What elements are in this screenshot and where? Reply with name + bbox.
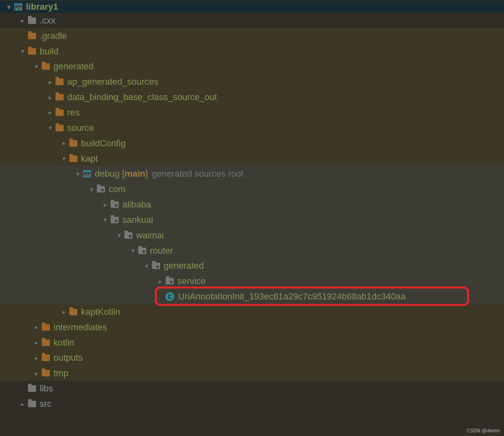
tree-folder[interactable]: ▸res	[0, 105, 504, 120]
tree-folder[interactable]: libs	[0, 381, 504, 396]
folder-icon	[55, 109, 64, 117]
tree-label-suffix: generated sources root	[152, 169, 243, 179]
folder-icon	[69, 308, 78, 316]
tree-folder[interactable]: ▸tmp	[0, 365, 504, 381]
tree-folder[interactable]: ▸.cxx	[0, 13, 504, 28]
tree-folder[interactable]: ▾waimai	[0, 228, 504, 243]
chevron-down-icon[interactable]: ▾	[18, 47, 28, 55]
tree-label: src	[40, 399, 51, 409]
package-icon	[138, 247, 147, 255]
chevron-down-icon[interactable]: ▾	[100, 216, 110, 224]
tree-label: outputs	[53, 353, 83, 363]
tree-label: tmp	[53, 368, 68, 378]
chevron-down-icon[interactable]: ▾	[73, 170, 83, 178]
tree-folder[interactable]: ▾router	[0, 243, 504, 259]
tree-folder[interactable]: ▾generated	[0, 59, 504, 75]
tree-folder[interactable]: ▾debug [main]generated sources root	[0, 166, 504, 182]
folder-icon	[28, 32, 36, 40]
tree-folder[interactable]: ▸ap_generated_sources	[0, 74, 504, 90]
tree-folder[interactable]: ▾kapt	[0, 151, 504, 167]
folder-icon	[28, 400, 36, 408]
class-icon: C	[165, 292, 174, 301]
tree-folder[interactable]: ▸service	[0, 274, 504, 289]
chevron-down-icon[interactable]: ▾	[45, 124, 55, 132]
tree-folder[interactable]: ▸kotlin	[0, 335, 504, 351]
tree-folder[interactable]: ▾com	[0, 182, 504, 197]
folder-icon	[41, 339, 50, 347]
tree-label: router	[150, 246, 173, 256]
package-icon	[124, 231, 133, 239]
tree-folder[interactable]: .gradle	[0, 28, 504, 44]
tree-label: alibaba	[122, 199, 151, 209]
tree-folder[interactable]: ▾sankuai	[0, 212, 504, 228]
chevron-down-icon[interactable]: ▾	[142, 262, 152, 270]
tree-folder[interactable]: ▸data_binding_base_class_source_out	[0, 90, 504, 105]
module-icon	[14, 3, 23, 11]
chevron-down-icon[interactable]: ▾	[4, 3, 14, 11]
chevron-right-icon[interactable]: ▸	[32, 354, 41, 362]
tree-label: build	[40, 46, 58, 56]
folder-icon	[69, 139, 78, 147]
package-icon	[110, 216, 119, 224]
tree-label: kotlin	[53, 338, 74, 348]
tree-label: libs	[40, 383, 53, 393]
chevron-down-icon[interactable]: ▾	[114, 231, 124, 239]
chevron-right-icon[interactable]: ▸	[45, 109, 55, 116]
project-tree: ▾library1▸.cxx.gradle▾build▾generated▸ap…	[0, 0, 504, 412]
tree-label: source	[67, 123, 94, 133]
folder-icon	[41, 354, 50, 362]
watermark: CSDN @devnn	[467, 428, 500, 434]
tree-label: buildConfig	[81, 138, 126, 148]
tree-folder[interactable]: ▸buildConfig	[0, 136, 504, 151]
chevron-right-icon[interactable]: ▸	[59, 308, 69, 316]
tree-file[interactable]: CUriAnnotationInit_193ec81a29c7c951924b6…	[0, 289, 504, 304]
tree-label: kapt	[81, 154, 98, 164]
folder-icon	[55, 78, 64, 86]
tree-label: UriAnnotationInit_193ec81a29c7c951924b68…	[178, 291, 406, 301]
folder-icon	[28, 385, 36, 393]
package-icon	[110, 201, 119, 209]
tree-label: intermediates	[53, 322, 107, 332]
chevron-right-icon[interactable]: ▸	[18, 17, 28, 24]
tree-label: kaptKotlin	[81, 307, 120, 317]
tree-folder[interactable]: ▸src	[0, 396, 504, 412]
folder-icon	[69, 155, 78, 163]
package-icon	[96, 185, 105, 193]
tree-folder[interactable]: ▾build	[0, 44, 504, 59]
chevron-right-icon[interactable]: ▸	[45, 78, 55, 86]
chevron-right-icon[interactable]: ▸	[100, 201, 110, 209]
tree-label: library1	[26, 2, 58, 12]
chevron-right-icon[interactable]: ▸	[32, 339, 41, 346]
tree-folder[interactable]: ▸alibaba	[0, 197, 504, 212]
folder-icon	[28, 17, 36, 25]
chevron-down-icon[interactable]: ▾	[32, 63, 41, 71]
tree-label: debug	[95, 169, 120, 179]
folder-icon	[41, 369, 50, 377]
folder-icon	[41, 62, 50, 71]
tree-label: data_binding_base_class_source_out	[67, 92, 217, 102]
chevron-down-icon[interactable]: ▾	[87, 186, 96, 193]
tree-folder[interactable]: ▾source	[0, 120, 504, 136]
tree-folder[interactable]: ▾library1	[0, 1, 504, 13]
chevron-right-icon[interactable]: ▸	[156, 278, 165, 285]
package-icon	[165, 277, 174, 285]
tree-folder[interactable]: ▸intermediates	[0, 320, 504, 335]
chevron-down-icon[interactable]: ▾	[128, 247, 138, 254]
tree-label: com	[109, 184, 126, 194]
chevron-right-icon[interactable]: ▸	[32, 370, 41, 377]
tree-folder[interactable]: ▸outputs	[0, 351, 504, 366]
chevron-right-icon[interactable]: ▸	[32, 323, 41, 331]
tree-label: waimai	[136, 230, 164, 240]
tree-label: generated	[164, 261, 204, 271]
folder-icon	[55, 124, 64, 132]
folder-icon	[41, 323, 50, 331]
folder-icon	[28, 47, 36, 56]
chevron-down-icon[interactable]: ▾	[59, 155, 69, 162]
chevron-right-icon[interactable]: ▸	[59, 139, 69, 147]
chevron-right-icon[interactable]: ▸	[18, 400, 28, 408]
tree-folder[interactable]: ▾generated	[0, 259, 504, 274]
tree-label: service	[177, 276, 206, 286]
chevron-right-icon[interactable]: ▸	[45, 94, 55, 101]
folder-icon	[55, 93, 64, 101]
tree-folder[interactable]: ▸kaptKotlin	[0, 304, 504, 320]
